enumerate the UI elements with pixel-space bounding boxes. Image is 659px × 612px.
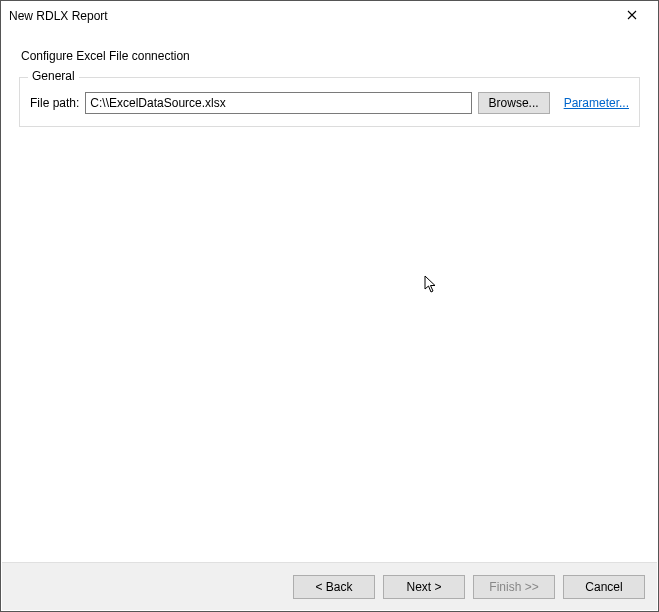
content-area: Configure Excel File connection General … — [1, 31, 658, 127]
file-path-row: File path: Browse... Parameter... — [30, 92, 629, 114]
cursor-icon — [424, 275, 440, 298]
wizard-footer: < Back Next > Finish >> Cancel — [2, 562, 657, 610]
titlebar: New RDLX Report — [1, 1, 658, 31]
general-group: General File path: Browse... Parameter..… — [19, 77, 640, 127]
window-title: New RDLX Report — [9, 9, 108, 23]
parameter-link[interactable]: Parameter... — [564, 96, 629, 110]
back-button[interactable]: < Back — [293, 575, 375, 599]
file-path-label: File path: — [30, 96, 79, 110]
close-button[interactable] — [612, 2, 652, 30]
file-path-input[interactable] — [85, 92, 471, 114]
finish-button: Finish >> — [473, 575, 555, 599]
cancel-button[interactable]: Cancel — [563, 575, 645, 599]
close-icon — [627, 9, 637, 23]
next-button[interactable]: Next > — [383, 575, 465, 599]
page-heading: Configure Excel File connection — [21, 49, 640, 63]
browse-button[interactable]: Browse... — [478, 92, 550, 114]
general-legend: General — [28, 69, 79, 83]
